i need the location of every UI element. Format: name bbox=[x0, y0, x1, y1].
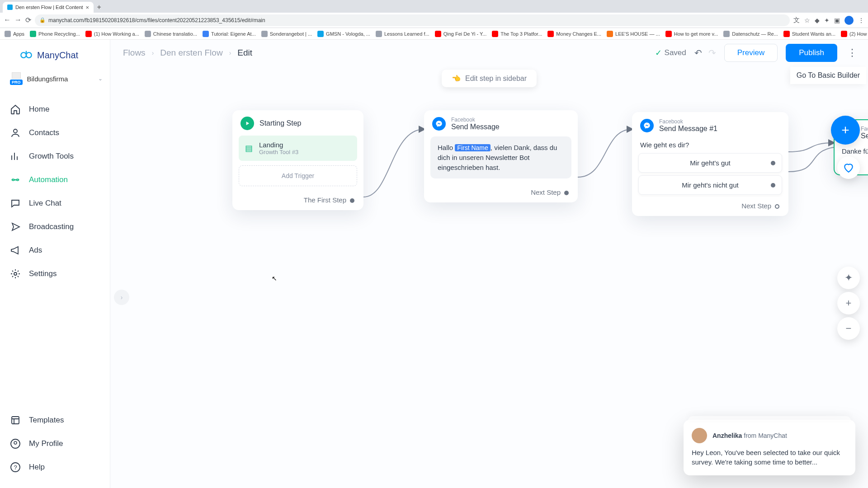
add-step-fab[interactable]: + bbox=[831, 116, 860, 145]
sidebar-item-templates[interactable]: Templates bbox=[0, 408, 110, 432]
extension-icon[interactable]: ◆ bbox=[815, 17, 820, 24]
reply-option-2[interactable]: Mir geht's nicht gut bbox=[638, 175, 782, 195]
output-port-icon[interactable] bbox=[564, 191, 569, 195]
star-icon[interactable]: ☆ bbox=[804, 17, 810, 24]
extension2-icon[interactable]: ▣ bbox=[834, 17, 840, 24]
sidebar-item-ads[interactable]: Ads bbox=[0, 239, 110, 262]
menu-icon[interactable]: ⋮ bbox=[858, 17, 864, 24]
bookmark-item[interactable]: Datenschutz — Re... bbox=[723, 31, 778, 37]
edit-step-hint[interactable]: 👈 Edit step in sidebar bbox=[442, 70, 537, 87]
port-first-step[interactable]: The First Step bbox=[232, 192, 363, 210]
variable-chip[interactable]: First Name bbox=[455, 144, 490, 151]
bookmark-item[interactable]: Sonderangebot | ... bbox=[261, 31, 312, 37]
sidebar-item-growth[interactable]: Growth Tools bbox=[0, 145, 110, 168]
translate-icon[interactable]: 文 bbox=[793, 16, 800, 24]
workspace-switcher[interactable]: PRO Bildungsfirma ⌄ bbox=[0, 66, 110, 91]
bookmark-item[interactable]: Chinese translatio... bbox=[145, 31, 197, 37]
messenger-icon bbox=[432, 117, 446, 131]
sidebar-item-livechat[interactable]: Live Chat bbox=[0, 192, 110, 215]
bookmark-item[interactable]: Lessons Learned f... bbox=[376, 31, 429, 37]
output-port-icon[interactable] bbox=[350, 198, 354, 203]
reload-icon[interactable]: ⟳ bbox=[25, 16, 31, 24]
sidebar-item-broadcasting[interactable]: Broadcasting bbox=[0, 215, 110, 239]
reply-option-1[interactable]: Mir geht's gut bbox=[638, 153, 782, 173]
trigger-landing[interactable]: ▤ Landing Growth Tool #3 bbox=[239, 136, 357, 161]
sidebar-item-home[interactable]: Home bbox=[0, 98, 110, 121]
workspace-name: Bildungsfirma bbox=[27, 75, 94, 83]
bookmark-item[interactable]: LEE'S HOUSE — ... bbox=[607, 31, 660, 37]
svg-point-6 bbox=[14, 441, 17, 444]
port-next-step[interactable]: Next Step bbox=[632, 197, 788, 216]
auto-arrange-fab[interactable]: ✦ bbox=[837, 267, 860, 289]
sidebar-item-automation[interactable]: Automation bbox=[0, 168, 110, 192]
preview-button[interactable]: Preview bbox=[724, 44, 778, 62]
node-send-message[interactable]: Facebook Send Message Hallo First Name, … bbox=[424, 110, 578, 202]
chat-sender: Anzhelika from ManyChat bbox=[712, 432, 787, 439]
close-tab-icon[interactable]: × bbox=[86, 4, 90, 11]
puzzle-icon[interactable]: ✦ bbox=[824, 17, 830, 24]
brand[interactable]: ManyChat bbox=[0, 40, 110, 66]
apps-shortcut[interactable]: Apps bbox=[5, 31, 24, 37]
zoom-in-fab[interactable]: + bbox=[837, 292, 860, 314]
workspace-avatar bbox=[12, 72, 21, 79]
publish-button[interactable]: Publish bbox=[786, 44, 837, 62]
profile-avatar[interactable] bbox=[844, 16, 854, 25]
svg-point-0 bbox=[21, 52, 26, 58]
port-next-step[interactable]: Next Step bbox=[424, 184, 578, 202]
sidebar-label: Growth Tools bbox=[29, 152, 74, 161]
bookmark-item[interactable]: (2) How To Add A... bbox=[841, 31, 868, 37]
browser-tab[interactable]: Den ersten Flow | Edit Content × bbox=[3, 2, 94, 13]
bookmark-item[interactable]: GMSN - Vologda, ... bbox=[317, 31, 370, 37]
bookmark-item[interactable]: Tutorial: Eigene At... bbox=[203, 31, 256, 37]
sidebar-item-profile[interactable]: My Profile bbox=[0, 432, 110, 455]
bookmark-item[interactable]: The Top 3 Platfor... bbox=[492, 31, 542, 37]
undo-button[interactable]: ↶ bbox=[694, 47, 702, 58]
zoom-out-fab[interactable]: − bbox=[837, 317, 860, 340]
output-port-icon[interactable] bbox=[771, 183, 775, 188]
back-icon[interactable]: ← bbox=[4, 16, 11, 24]
bookmark-item[interactable]: Money Changes E... bbox=[547, 31, 601, 37]
sidebar-label: Settings bbox=[29, 269, 57, 278]
output-port-icon[interactable] bbox=[771, 161, 775, 165]
bookmark-item[interactable]: How to get more v... bbox=[665, 31, 718, 37]
bookmark-item[interactable]: Phone Recycling... bbox=[30, 31, 80, 37]
flow-canvas[interactable]: Starting Step ▤ Landing Growth Tool #3 A… bbox=[110, 66, 868, 488]
node-title: Send Message #2 bbox=[861, 132, 868, 140]
goto-basic-builder[interactable]: Go To Basic Builder bbox=[790, 67, 866, 84]
more-menu-icon[interactable]: ⋮ bbox=[845, 45, 859, 61]
node-channel: Facebook bbox=[451, 117, 500, 123]
sidebar-label: Contacts bbox=[29, 128, 59, 137]
message-preview[interactable]: Hallo First Name, vielen Dank, dass du d… bbox=[430, 136, 571, 178]
breadcrumb-flow[interactable]: Den ersten Flow bbox=[160, 48, 222, 58]
output-port-icon[interactable] bbox=[775, 204, 779, 209]
bookmark-item[interactable]: (1) How Working a... bbox=[85, 31, 139, 37]
node-title: Starting Step bbox=[259, 119, 302, 127]
svg-text:?: ? bbox=[14, 464, 17, 471]
new-tab-button[interactable]: + bbox=[94, 2, 104, 13]
favicon bbox=[7, 5, 13, 10]
redo-button[interactable]: ↷ bbox=[708, 47, 716, 58]
question-text: Wie geht es dir? bbox=[638, 138, 782, 150]
lock-icon: 🔒 bbox=[39, 17, 46, 23]
node-starting-step[interactable]: Starting Step ▤ Landing Growth Tool #3 A… bbox=[232, 110, 363, 210]
support-chat[interactable]: Anzhelika from ManyChat Hey Leon, You've… bbox=[684, 420, 855, 476]
sidebar-item-contacts[interactable]: Contacts bbox=[0, 121, 110, 145]
collapse-sidebar-icon[interactable]: › bbox=[114, 290, 129, 305]
svg-point-5 bbox=[11, 439, 20, 448]
sidebar-label: My Profile bbox=[29, 439, 63, 448]
sidebar-item-settings[interactable]: Settings bbox=[0, 262, 110, 286]
address-bar[interactable]: 🔒 manychat.com/fb198150208192618/cms/fil… bbox=[35, 14, 790, 26]
node-send-message-1[interactable]: Facebook Send Message #1 Wie geht es dir… bbox=[632, 112, 788, 216]
browser-toolbar: ← → ⟳ 🔒 manychat.com/fb198150208192618/c… bbox=[0, 13, 868, 28]
forward-icon[interactable]: → bbox=[14, 16, 22, 24]
landing-icon: ▤ bbox=[245, 143, 253, 153]
add-trigger-button[interactable]: Add Trigger bbox=[239, 165, 357, 186]
node-title: Send Message #1 bbox=[659, 125, 717, 133]
check-icon: ✓ bbox=[655, 48, 662, 58]
bookmark-item[interactable]: Qing Fei De Yi - Y... bbox=[435, 31, 487, 37]
breadcrumb-root[interactable]: Flows bbox=[123, 48, 146, 58]
favorite-fab[interactable] bbox=[837, 156, 860, 179]
chevron-right-icon: › bbox=[152, 49, 154, 56]
bookmark-item[interactable]: Student Wants an... bbox=[783, 31, 835, 37]
sidebar-item-help[interactable]: ? Help bbox=[0, 455, 110, 479]
